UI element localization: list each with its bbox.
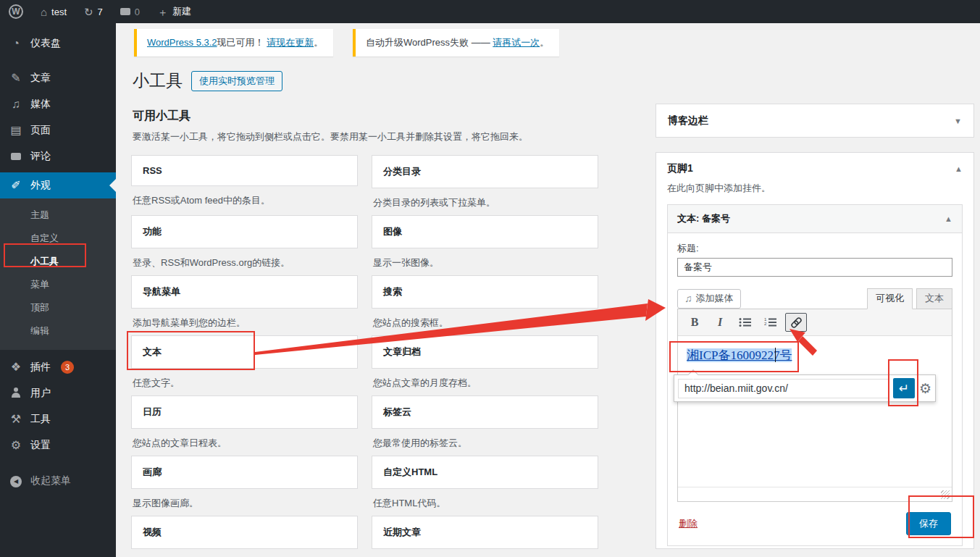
comment-count: 0: [135, 7, 140, 17]
numbered-list-button[interactable]: 1 2: [760, 313, 782, 332]
widget-card-custom-html[interactable]: 自定义HTML: [372, 456, 598, 489]
widget-card-search[interactable]: 搜索: [372, 275, 598, 309]
widget-card-archives[interactable]: 文章归档: [372, 335, 598, 369]
admin-bar: W ⌂ test ↻ 7 0 ＋ 新建: [0, 0, 980, 23]
submenu-item-editor[interactable]: 编辑: [0, 319, 116, 343]
widget-desc: [131, 549, 358, 557]
menu-item-plugins[interactable]: ❖ 插件 3: [0, 354, 116, 380]
menu-item-pages[interactable]: ▤ 页面: [0, 117, 116, 143]
bullet-list-button[interactable]: [734, 313, 756, 332]
updates-icon: ↻: [84, 7, 93, 17]
italic-button[interactable]: I: [709, 313, 731, 332]
resize-grip[interactable]: [941, 490, 950, 499]
widget-card-text[interactable]: 文本: [131, 335, 358, 369]
available-widgets-heading: 可用小工具: [133, 109, 190, 124]
beian-link-text[interactable]: 湘ICP备16009227号: [687, 348, 792, 362]
menu-item-media[interactable]: ♫ 媒体: [0, 91, 116, 117]
svg-text:2: 2: [764, 322, 767, 326]
widget-card-categories[interactable]: 分类目录: [372, 155, 598, 188]
editor-toolbar: B I 1 2: [678, 309, 952, 336]
widget-card-meta[interactable]: 功能: [131, 215, 358, 248]
link-options-gear-icon[interactable]: ⚙: [919, 380, 931, 397]
submenu-item-customize[interactable]: 自定义: [0, 227, 116, 250]
wordpress-logo-menu[interactable]: W: [0, 0, 32, 23]
widget-desc: 您站点的搜索框。: [372, 309, 598, 330]
tab-visual[interactable]: 可视化: [867, 288, 913, 309]
add-media-button[interactable]: ♫ 添加媒体: [677, 289, 741, 309]
collapse-menu-button[interactable]: ◀ 收起菜单: [0, 467, 116, 494]
text-widget-title: 文本: 备案号: [677, 212, 730, 225]
wordpress-logo-icon: W: [9, 4, 23, 19]
chevron-down-icon[interactable]: ▼: [954, 117, 962, 125]
new-content-menu[interactable]: ＋ 新建: [148, 0, 200, 23]
upgrade-failed-notice: 自动升级WordPress失败 —— 请再试一次。: [353, 29, 559, 56]
settings-icon: ⚙: [9, 440, 23, 451]
pushpin-icon: ✎: [9, 72, 23, 84]
wrench-icon: ⚒: [9, 414, 23, 425]
comments-link[interactable]: 0: [112, 0, 148, 23]
editor-content-area[interactable]: 湘ICP备16009227号: [678, 336, 952, 487]
submenu-item-themes[interactable]: 主题: [0, 204, 116, 227]
menu-label: 工具: [30, 413, 51, 426]
footer1-panel: 页脚1 ▲ 在此向页脚中添加挂件。 文本: 备案号 ▲ 标题: ♫ 添加媒体 可…: [656, 152, 974, 549]
widget-title-input[interactable]: [677, 258, 952, 277]
widget-card-image[interactable]: 图像: [372, 215, 598, 248]
manage-with-live-preview-button[interactable]: 使用实时预览管理: [191, 71, 282, 91]
tab-text[interactable]: 文本: [916, 288, 952, 309]
widget-actions: 删除 保存: [677, 502, 952, 545]
notice-text: 。: [314, 37, 323, 48]
numbered-list-icon: 1 2: [764, 317, 777, 327]
widget-desc: 您最常使用的标签云。: [372, 429, 598, 450]
menu-label: 设置: [30, 439, 51, 452]
menu-item-users[interactable]: 用户: [0, 380, 116, 406]
chevron-up-icon[interactable]: ▲: [945, 214, 952, 223]
site-link[interactable]: ⌂ test: [32, 0, 75, 23]
widget-desc: 分类目录的列表或下拉菜单。: [372, 188, 598, 209]
submenu-item-menus[interactable]: 菜单: [0, 273, 116, 296]
save-button[interactable]: 保存: [906, 512, 951, 535]
widget-card-gallery[interactable]: 画廊: [131, 456, 358, 489]
blog-sidebar-panel[interactable]: 博客边栏 ▼: [656, 104, 974, 138]
update-now-link[interactable]: 请现在更新: [267, 37, 314, 48]
user-icon: [9, 388, 23, 400]
widget-card-calendar[interactable]: 日历: [131, 395, 358, 429]
wordpress-version-link[interactable]: WordPress 5.3.2: [147, 37, 217, 48]
insert-link-button[interactable]: [785, 313, 807, 332]
chevron-up-icon[interactable]: ▲: [955, 164, 963, 173]
comment-icon: [9, 151, 23, 162]
appearance-submenu: 主题 自定义 小工具 菜单 顶部 编辑: [0, 198, 116, 350]
home-icon: ⌂: [41, 7, 47, 17]
text-cursor: [775, 348, 776, 362]
menu-item-tools[interactable]: ⚒ 工具: [0, 406, 116, 432]
widget-card-tag-cloud[interactable]: 标签云: [372, 395, 598, 429]
menu-label: 插件: [30, 361, 51, 374]
add-media-label: 添加媒体: [696, 292, 734, 305]
link-icon: [790, 317, 803, 329]
submenu-item-header[interactable]: 顶部: [0, 296, 116, 319]
link-url-input[interactable]: [678, 379, 889, 398]
try-again-link[interactable]: 请再试一次: [493, 37, 540, 48]
widget-card-nav-menu[interactable]: 导航菜单: [131, 275, 358, 309]
menu-item-settings[interactable]: ⚙ 设置: [0, 432, 116, 458]
editor-mode-tabs: 可视化 文本: [863, 288, 952, 309]
bold-button[interactable]: B: [684, 313, 705, 332]
updates-link[interactable]: ↻ 7: [75, 0, 112, 23]
menu-item-comments[interactable]: 评论: [0, 143, 116, 169]
menu-item-appearance[interactable]: ✐ 外观: [0, 172, 116, 198]
menu-item-dashboard[interactable]: ◔ 仪表盘: [0, 30, 116, 56]
widget-card-video[interactable]: 视频: [131, 516, 358, 549]
widget-desc: 任意HTML代码。: [372, 489, 598, 510]
widget-card-rss[interactable]: RSS: [131, 155, 358, 186]
update-count: 7: [98, 7, 103, 17]
bullet-list-icon: [739, 317, 752, 327]
update-notice: WordPress 5.3.2现已可用！ 请现在更新。: [134, 29, 333, 56]
text-widget-header[interactable]: 文本: 备案号 ▲: [668, 205, 962, 233]
apply-link-button[interactable]: ↵: [893, 378, 915, 398]
menu-label: 媒体: [30, 98, 51, 111]
delete-widget-link[interactable]: 删除: [679, 517, 698, 530]
submenu-item-widgets[interactable]: 小工具: [0, 250, 116, 273]
available-widgets-grid: RSS任意RSS或Atom feed中的条目。 分类目录分类目录的列表或下拉菜单…: [131, 155, 599, 557]
widget-desc: 任意RSS或Atom feed中的条目。: [131, 186, 358, 207]
widget-card-recent-posts[interactable]: 近期文章: [372, 516, 598, 549]
menu-item-posts[interactable]: ✎ 文章: [0, 65, 116, 91]
